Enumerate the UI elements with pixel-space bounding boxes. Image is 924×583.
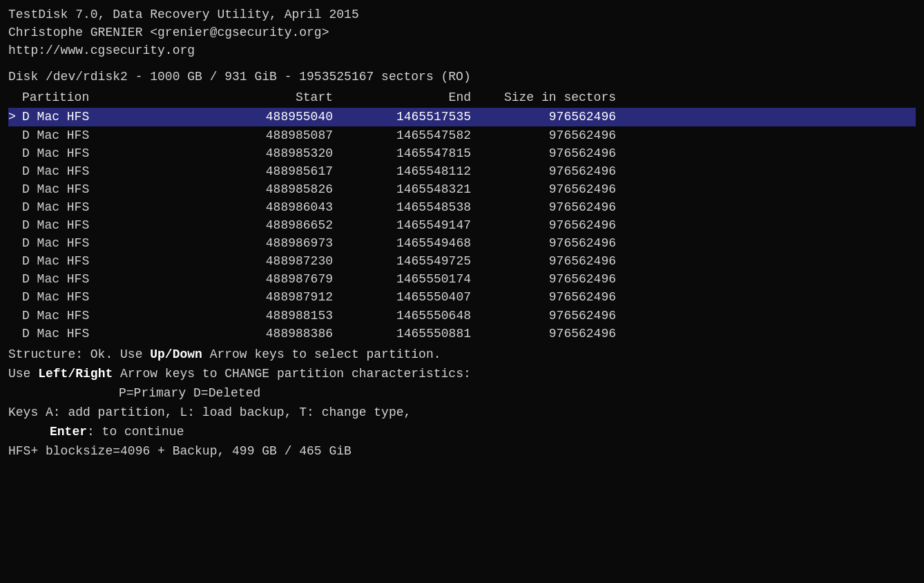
table-row[interactable]: D Mac HFS 488988153 1465550648 976562496: [8, 307, 916, 325]
row-start: 488985617: [202, 162, 340, 180]
row-end: 1465549725: [340, 252, 478, 270]
structure-line: Structure: Ok. Use Up/Down Arrow keys to…: [8, 345, 916, 363]
row-prefix: >: [8, 108, 22, 126]
row-size: 976562496: [478, 252, 616, 270]
row-size: 976562496: [478, 108, 616, 126]
header-line1: TestDisk 7.0, Data Recovery Utility, Apr…: [8, 6, 916, 23]
row-end: 1465550881: [340, 325, 478, 343]
row-type: D Mac HFS: [22, 252, 202, 270]
row-type: D Mac HFS: [22, 307, 202, 325]
row-size: 976562496: [478, 234, 616, 252]
row-start: 488987679: [202, 270, 340, 288]
primary-label: P=Primary: [119, 386, 186, 400]
row-type: D Mac HFS: [22, 198, 202, 216]
hfs-info-line: HFS+ blocksize=4096 + Backup, 499 GB / 4…: [8, 442, 916, 460]
row-size: 976562496: [478, 307, 616, 325]
row-type: D Mac HFS: [22, 216, 202, 234]
row-size: 976562496: [478, 126, 616, 144]
table-row[interactable]: D Mac HFS 488987230 1465549725 976562496: [8, 252, 916, 270]
row-size: 976562496: [478, 216, 616, 234]
table-row[interactable]: D Mac HFS 488988386 1465550881 976562496: [8, 325, 916, 343]
row-end: 1465549468: [340, 234, 478, 252]
row-end: 1465550407: [340, 288, 478, 306]
row-end: 1465548538: [340, 198, 478, 216]
footer-section: Structure: Ok. Use Up/Down Arrow keys to…: [8, 345, 916, 461]
row-type: D Mac HFS: [22, 234, 202, 252]
row-type: D Mac HFS: [22, 108, 202, 126]
table-row[interactable]: D Mac HFS 488985320 1465547815 976562496: [8, 144, 916, 162]
header-size: Size in sectors: [478, 88, 616, 106]
left-right-line: Use Left/Right Arrow keys to CHANGE part…: [8, 365, 916, 383]
row-type: D Mac HFS: [22, 126, 202, 144]
table-row[interactable]: D Mac HFS 488986973 1465549468 976562496: [8, 234, 916, 252]
row-end: 1465550648: [340, 307, 478, 325]
row-end: 1465548112: [340, 162, 478, 180]
table-row[interactable]: D Mac HFS 488985826 1465548321 976562496: [8, 180, 916, 198]
header-line3: http://www.cgsecurity.org: [8, 41, 916, 59]
enter-label: Enter: [50, 425, 87, 439]
header-line2: Christophe GRENIER <grenier@cgsecurity.o…: [8, 23, 916, 41]
row-type: D Mac HFS: [22, 144, 202, 162]
spacing: [186, 386, 193, 400]
terminal-window: TestDisk 7.0, Data Recovery Utility, Apr…: [8, 6, 916, 460]
primary-deleted-line: P=Primary D=Deleted: [8, 384, 916, 402]
enter-line: Enter: to continue: [8, 423, 916, 441]
row-start: 488985320: [202, 144, 340, 162]
row-size: 976562496: [478, 162, 616, 180]
header-partition: Partition: [8, 88, 202, 106]
row-type: D Mac HFS: [22, 288, 202, 306]
row-size: 976562496: [478, 325, 616, 343]
header-end: End: [340, 88, 478, 106]
header-section: TestDisk 7.0, Data Recovery Utility, Apr…: [8, 6, 916, 59]
row-start: 488988386: [202, 325, 340, 343]
table-row[interactable]: D Mac HFS 488987912 1465550407 976562496: [8, 288, 916, 306]
row-start: 488955040: [202, 108, 340, 126]
row-size: 976562496: [478, 198, 616, 216]
row-type: D Mac HFS: [22, 180, 202, 198]
table-row[interactable]: D Mac HFS 488985087 1465547582 976562496: [8, 126, 916, 144]
structure-prefix: Structure: Ok. Use: [8, 347, 150, 361]
table-row[interactable]: D Mac HFS 488986043 1465548538 976562496: [8, 198, 916, 216]
row-end: 1465547582: [340, 126, 478, 144]
left-right-label: Left/Right: [38, 367, 113, 381]
row-type: D Mac HFS: [22, 162, 202, 180]
lr-suffix: Arrow keys to CHANGE partition character…: [113, 367, 470, 381]
row-start: 488985087: [202, 126, 340, 144]
row-size: 976562496: [478, 288, 616, 306]
row-type: D Mac HFS: [22, 325, 202, 343]
row-end: 1465550174: [340, 270, 478, 288]
keys-line: Keys A: add partition, L: load backup, T…: [8, 403, 916, 421]
row-start: 488986043: [202, 198, 340, 216]
partition-table: > D Mac HFS 488955040 1465517535 9765624…: [8, 108, 916, 342]
table-row[interactable]: D Mac HFS 488986652 1465549147 976562496: [8, 216, 916, 234]
row-size: 976562496: [478, 180, 616, 198]
row-end: 1465517535: [340, 108, 478, 126]
up-down-label: Up/Down: [150, 347, 202, 361]
row-size: 976562496: [478, 270, 616, 288]
table-row[interactable]: > D Mac HFS 488955040 1465517535 9765624…: [8, 108, 916, 126]
row-end: 1465549147: [340, 216, 478, 234]
deleted-label: D=Deleted: [193, 386, 260, 400]
row-start: 488987912: [202, 288, 340, 306]
row-start: 488986652: [202, 216, 340, 234]
row-size: 976562496: [478, 144, 616, 162]
row-start: 488986973: [202, 234, 340, 252]
enter-suffix: : to continue: [87, 425, 184, 439]
structure-suffix: Arrow keys to select partition.: [202, 347, 441, 361]
table-row[interactable]: D Mac HFS 488985617 1465548112 976562496: [8, 162, 916, 180]
table-header: Partition Start End Size in sectors: [8, 88, 916, 106]
header-start: Start: [202, 88, 340, 106]
row-end: 1465547815: [340, 144, 478, 162]
disk-info: Disk /dev/rdisk2 - 1000 GB / 931 GiB - 1…: [8, 68, 916, 86]
row-start: 488988153: [202, 307, 340, 325]
row-start: 488985826: [202, 180, 340, 198]
lr-prefix: Use: [8, 367, 38, 381]
row-type: D Mac HFS: [22, 270, 202, 288]
row-end: 1465548321: [340, 180, 478, 198]
table-row[interactable]: D Mac HFS 488987679 1465550174 976562496: [8, 270, 916, 288]
row-start: 488987230: [202, 252, 340, 270]
